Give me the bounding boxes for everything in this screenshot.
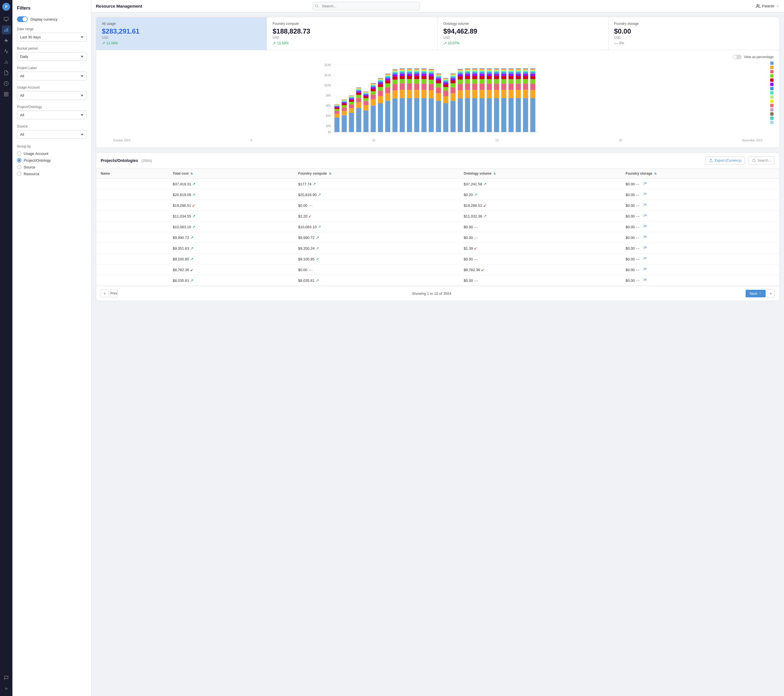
sidebar-icon-chart[interactable] — [2, 25, 11, 35]
details-button-9[interactable] — [643, 278, 647, 283]
trend-up-icon: ↗ — [190, 246, 194, 250]
col-total-cost[interactable]: Total cost ⇅ — [168, 169, 294, 179]
cell-ov-6: $1.39 ↙ — [459, 243, 621, 253]
bar-segment-25-2 — [516, 84, 521, 90]
details-button-3[interactable] — [643, 214, 647, 218]
radio-source[interactable]: Source — [17, 165, 87, 169]
trend-down-icon: ↙ — [481, 267, 484, 272]
bar-segment-16-9 — [451, 74, 456, 75]
first-page-button[interactable]: « — [101, 290, 109, 297]
bar-segment-25-4 — [516, 76, 521, 79]
source-select[interactable]: All — [17, 130, 87, 139]
trend-up-icon: ↗ — [313, 182, 316, 186]
details-button-2[interactable] — [643, 203, 647, 207]
cell-fs-9: $0.00 — — [621, 275, 779, 286]
bar-segment-18-5 — [465, 74, 470, 76]
sidebar-icon-bar-chart[interactable] — [2, 58, 11, 67]
next-page-button[interactable]: Next — [746, 290, 766, 297]
cell-fc-6: $9,350.24 ↗ — [294, 243, 459, 253]
bar-segment-23-9 — [501, 70, 506, 70]
bar-segment-21-8 — [487, 70, 492, 71]
sort-icon-fc[interactable]: ⇅ — [329, 172, 331, 175]
radio-circle-source — [17, 165, 21, 169]
cell-total-7: $9,100.85 ↗ — [168, 253, 294, 264]
bar-segment-9-13 — [400, 68, 405, 69]
card-all-usage[interactable]: All usage $283,291.61 USD ↗ 11.04% — [96, 17, 267, 50]
details-button-8[interactable] — [643, 268, 647, 272]
radio-resource[interactable]: Resource — [17, 171, 87, 176]
table-search-bar[interactable]: Search... — [748, 156, 775, 165]
col-foundry-storage[interactable]: Foundry storage ⇅ — [621, 169, 779, 179]
card-foundry-storage[interactable]: Foundry storage $0.00 USD — 0% — [609, 17, 779, 50]
filters-title: Filters — [17, 6, 87, 11]
bar-segment-18-2 — [465, 84, 470, 90]
bar-segment-18-13 — [465, 68, 470, 69]
sidebar-icon-doc[interactable] — [2, 68, 11, 77]
bar-segment-3-4 — [356, 93, 361, 95]
cards-row: All usage $283,291.61 USD ↗ 11.04% Found… — [96, 17, 779, 50]
svg-text:$6K: $6K — [326, 104, 331, 107]
bar-segment-21-0 — [487, 98, 492, 132]
cell-name-3 — [96, 211, 168, 222]
bar-segment-4-11 — [363, 92, 369, 92]
card-ontology-volume[interactable]: Ontology volume $94,462.89 USD ↗ 10.07% — [438, 17, 609, 50]
bar-segment-5-11 — [371, 84, 376, 84]
table-search-icon — [752, 159, 756, 163]
card-trend-all-usage: ↗ 11.04% — [102, 41, 261, 45]
display-currency-toggle[interactable] — [17, 16, 28, 22]
bar-segment-27-5 — [530, 74, 535, 76]
radio-project-ontology[interactable]: Project/Ontology — [17, 158, 87, 163]
sort-icon-ov[interactable]: ⇅ — [493, 172, 496, 175]
last-page-button[interactable]: » — [767, 290, 775, 297]
project-label-select[interactable]: All — [17, 72, 87, 81]
group-by-title: Group by — [17, 145, 87, 148]
sort-icon-total[interactable]: ⇅ — [190, 172, 193, 175]
usage-account-select[interactable]: All — [17, 91, 87, 100]
bar-segment-10-13 — [407, 68, 412, 69]
bar-segment-15-1 — [443, 96, 448, 103]
sidebar-icon-grid[interactable] — [2, 90, 11, 99]
radio-usage-account[interactable]: Usage Account — [17, 151, 87, 156]
cell-name-8 — [96, 264, 168, 275]
cell-fc-9: $8,035.81 ↗ — [294, 275, 459, 286]
user-menu-button[interactable]: Palantir — [756, 4, 779, 8]
sidebar-icon-flag[interactable] — [2, 673, 11, 683]
bar-segment-18-9 — [465, 70, 470, 70]
col-foundry-compute[interactable]: Foundry compute ⇅ — [294, 169, 459, 179]
bucket-period-select[interactable]: Daily Hourly Weekly Monthly — [17, 52, 87, 61]
details-button-7[interactable] — [643, 257, 647, 261]
group-by-section: Group by Usage Account Project/Ontology … — [17, 145, 87, 176]
details-button-1[interactable] — [643, 193, 647, 197]
date-range-select[interactable]: Last 30 days Last 7 days Last 90 days Cu… — [17, 33, 87, 41]
view-percentage-toggle[interactable] — [733, 55, 742, 59]
bar-segment-1-12 — [342, 99, 347, 100]
bar-segment-4-8 — [363, 92, 369, 93]
sort-icon-fs[interactable]: ⇅ — [654, 172, 657, 175]
sidebar-icon-bolt[interactable] — [2, 36, 11, 45]
details-button-4[interactable] — [643, 225, 647, 229]
x-label-30: 30 — [619, 139, 622, 142]
bar-segment-7-3 — [385, 83, 390, 87]
export-button[interactable]: Export (Currency) — [705, 156, 745, 165]
sidebar-icon-monitor[interactable] — [2, 15, 11, 24]
sidebar-icon-clock[interactable] — [2, 79, 11, 88]
app-logo[interactable]: P — [2, 3, 10, 11]
project-ontology-select[interactable]: All — [17, 110, 87, 119]
col-ontology-volume[interactable]: Ontology volume ⇅ — [459, 169, 621, 179]
svg-point-15 — [315, 4, 318, 7]
cell-fs-1: $0.00 — — [621, 189, 779, 200]
prev-page-button[interactable]: Prev — [110, 290, 118, 297]
details-button-6[interactable] — [643, 246, 647, 250]
details-button-0[interactable] — [643, 182, 647, 186]
card-foundry-compute[interactable]: Foundry compute $188,828.73 USD ↗ 11.53% — [267, 17, 438, 50]
bar-segment-6-0 — [378, 103, 383, 132]
bar-segment-23-12 — [501, 69, 506, 69]
bar-segment-17-11 — [458, 69, 463, 70]
bar-segment-26-7 — [523, 71, 528, 72]
sidebar-expand-btn[interactable] — [2, 684, 11, 693]
sidebar-icon-line-chart[interactable] — [2, 47, 11, 56]
bar-segment-0-4 — [334, 107, 339, 109]
details-button-5[interactable] — [643, 235, 647, 240]
bar-segment-8-7 — [392, 72, 397, 73]
global-search-input[interactable] — [313, 2, 420, 10]
